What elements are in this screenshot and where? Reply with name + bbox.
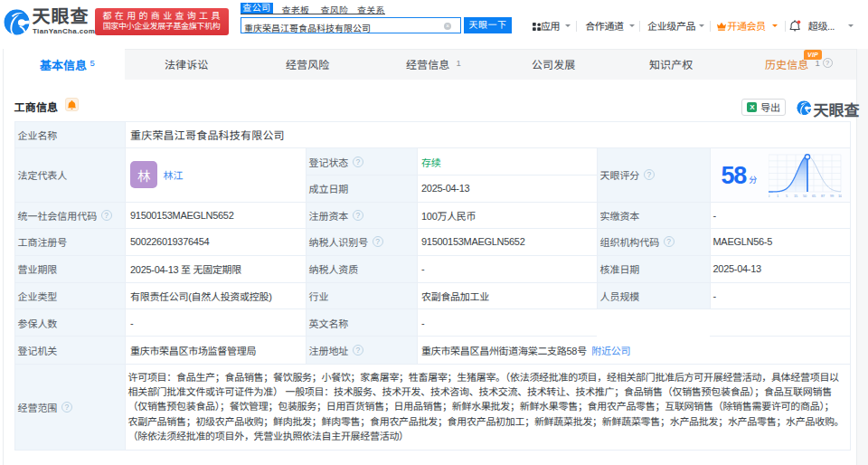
- svg-text:50: 50: [803, 194, 807, 197]
- svg-text:5: 5: [786, 194, 788, 197]
- svg-text:65: 65: [812, 194, 816, 197]
- svg-text:1: 1: [777, 194, 779, 197]
- svg-text:15: 15: [794, 194, 798, 197]
- svg-text:100: 100: [838, 194, 842, 197]
- svg-text:87: 87: [821, 194, 826, 197]
- svg-text:0: 0: [769, 194, 770, 197]
- svg-text:99: 99: [830, 194, 835, 197]
